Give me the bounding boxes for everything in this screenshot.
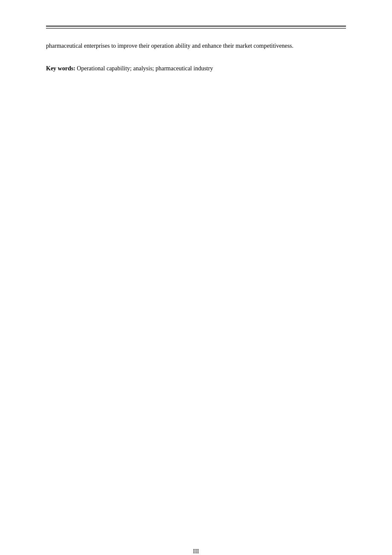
page-number: III bbox=[193, 548, 199, 555]
keywords-label: Key words: bbox=[46, 65, 75, 72]
top-border-inner-line bbox=[46, 28, 346, 29]
body-paragraph: pharmaceutical enterprises to improve th… bbox=[46, 40, 346, 51]
top-border-line bbox=[46, 26, 346, 27]
page-container: pharmaceutical enterprises to improve th… bbox=[0, 26, 392, 555]
keywords-section: Key words: Operational capability; analy… bbox=[46, 63, 346, 74]
keywords-content: Operational capability; analysis; pharma… bbox=[75, 65, 213, 72]
